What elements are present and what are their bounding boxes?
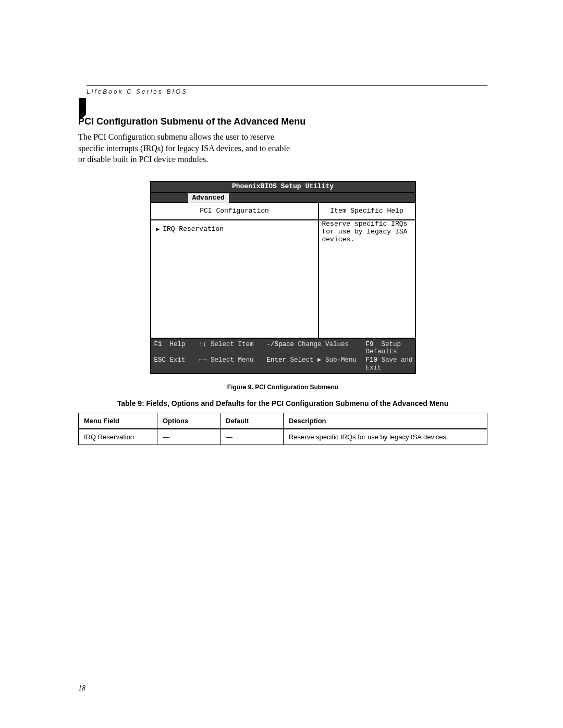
bios-menubar: Advanced bbox=[151, 193, 415, 203]
th-default: Default bbox=[221, 413, 284, 429]
page-number: 18 bbox=[78, 684, 85, 693]
cell-default: — bbox=[221, 429, 284, 445]
label-select-item: Select Item bbox=[211, 341, 254, 348]
table-row: IRQ Reservation — — Reserve specific IRQ… bbox=[79, 429, 487, 445]
fields-table: Menu Field Options Default Description I… bbox=[78, 413, 487, 445]
key-leftright: ←→ bbox=[199, 356, 207, 364]
bios-footer: F1 Help ↑↓ Select Item -/Space Change Va… bbox=[151, 339, 415, 374]
cell-menu-field: IRQ Reservation bbox=[79, 429, 157, 445]
submenu-indicator-icon: ▶ bbox=[156, 226, 160, 233]
label-select-submenu: Select ▶ Sub-Menu bbox=[290, 356, 357, 364]
bios-right-heading: Item Specific Help bbox=[319, 203, 415, 220]
th-options: Options bbox=[157, 413, 221, 429]
key-esc: ESC bbox=[154, 356, 166, 364]
label-change-values: Change Values bbox=[298, 341, 349, 348]
key-f10: F10 bbox=[366, 356, 378, 364]
key-f9: F9 bbox=[366, 341, 374, 348]
cell-options: — bbox=[157, 429, 221, 445]
key-f1: F1 bbox=[154, 341, 162, 348]
th-description: Description bbox=[284, 413, 487, 429]
bios-title: PhoenixBIOS Setup Utility bbox=[151, 182, 415, 193]
th-menu-field: Menu Field bbox=[79, 413, 157, 429]
cell-description: Reserve specific IRQs for use by legacy … bbox=[284, 429, 487, 445]
bios-screenshot: PhoenixBIOS Setup Utility Advanced PCI C… bbox=[150, 181, 416, 374]
bios-tab-advanced: Advanced bbox=[188, 193, 229, 203]
bios-left-heading: PCI Configuration bbox=[151, 203, 318, 220]
bios-help-text: Reserve specific IRQs for use by legacy … bbox=[319, 220, 415, 338]
figure-caption: Figure 9. PCI Configuration Submenu bbox=[150, 384, 416, 391]
key-minus-space: -/Space bbox=[267, 341, 295, 348]
table-caption: Table 9: Fields, Options and Defaults fo… bbox=[78, 399, 487, 408]
bios-item-irq-reservation: ▶ IRQ Reservation bbox=[156, 226, 313, 233]
section-body: The PCI Configuration submenu allows the… bbox=[78, 131, 297, 165]
book-header: LifeBook C Series BIOS bbox=[87, 88, 487, 95]
label-help: Help bbox=[170, 341, 186, 348]
label-exit: Exit bbox=[170, 356, 186, 364]
key-enter: Enter bbox=[267, 356, 287, 364]
label-select-menu: Select Menu bbox=[211, 356, 254, 364]
section-title: PCI Configuration Submenu of the Advance… bbox=[78, 116, 487, 127]
key-updown: ↑↓ bbox=[199, 341, 207, 348]
bios-item-label: IRQ Reservation bbox=[163, 226, 224, 233]
